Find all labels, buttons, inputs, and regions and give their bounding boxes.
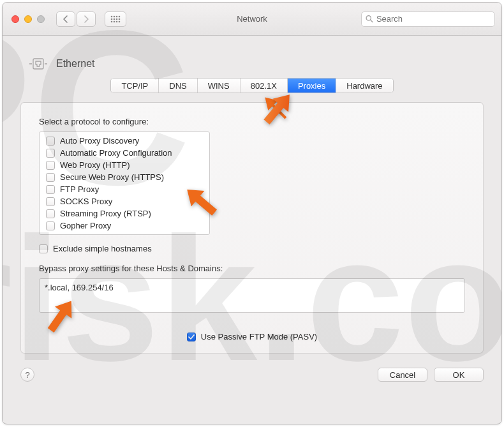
protocol-label: Web Proxy (HTTP): [60, 160, 130, 170]
checkbox[interactable]: [46, 149, 55, 158]
bypass-label: Bypass proxy settings for these Hosts & …: [39, 264, 465, 273]
svg-point-11: [119, 20, 121, 22]
checkbox[interactable]: [46, 185, 55, 194]
zoom-icon: [37, 15, 45, 23]
svg-line-13: [371, 20, 373, 22]
checkbox[interactable]: [46, 209, 55, 218]
close-icon[interactable]: [11, 15, 19, 23]
list-item[interactable]: FTP Proxy: [40, 183, 209, 195]
titlebar: Network: [3, 3, 501, 36]
svg-point-8: [111, 20, 113, 22]
preferences-window: Network Ethernet TCP/IP DNS WINS 802.1X …: [2, 2, 502, 424]
checkbox[interactable]: [46, 137, 55, 146]
protocol-label: Gopher Proxy: [60, 221, 111, 230]
forward-button[interactable]: [77, 11, 96, 27]
exclude-checkbox[interactable]: [39, 244, 48, 253]
protocol-label: Streaming Proxy (RTSP): [60, 209, 151, 218]
proxies-panel: Select a protocol to configure: Auto Pro…: [20, 102, 484, 354]
ethernet-icon: [28, 54, 48, 74]
svg-point-1: [114, 15, 115, 17]
protocol-select-label: Select a protocol to configure:: [39, 117, 465, 126]
svg-point-4: [111, 18, 113, 20]
tab-wins[interactable]: WINS: [198, 79, 241, 93]
svg-point-10: [116, 20, 118, 22]
protocol-label: Secure Web Proxy (HTTPS): [60, 172, 164, 182]
list-item[interactable]: Auto Proxy Discovery: [40, 135, 209, 147]
list-item[interactable]: Automatic Proxy Configuration: [40, 147, 209, 159]
tab-8021x[interactable]: 802.1X: [241, 79, 288, 93]
checkbox[interactable]: [46, 173, 55, 182]
list-item[interactable]: Streaming Proxy (RTSP): [40, 207, 209, 220]
bottom-button-row: ? Cancel OK: [3, 364, 501, 386]
exclude-hostnames-row: Exclude simple hostnames: [39, 244, 465, 253]
help-button[interactable]: ?: [20, 368, 34, 382]
tab-proxies[interactable]: Proxies: [288, 79, 336, 93]
tab-bar: TCP/IP DNS WINS 802.1X Proxies Hardware: [110, 78, 393, 93]
protocol-list: Auto Proxy Discovery Automatic Proxy Con…: [39, 131, 210, 235]
svg-point-9: [114, 20, 115, 22]
pasv-checkbox[interactable]: [187, 333, 196, 341]
bypass-value: *.local, 169.254/16: [45, 283, 114, 292]
svg-rect-14: [33, 59, 43, 69]
back-button[interactable]: [56, 11, 75, 27]
nav-buttons: [56, 11, 96, 27]
svg-point-5: [114, 18, 115, 20]
checkbox[interactable]: [46, 197, 55, 206]
interface-name: Ethernet: [56, 58, 94, 70]
protocol-label: Automatic Proxy Configuration: [60, 148, 172, 158]
interface-header: Ethernet: [3, 36, 501, 82]
checkbox[interactable]: [46, 161, 55, 170]
bypass-textarea[interactable]: *.local, 169.254/16: [39, 278, 465, 313]
search-field[interactable]: [361, 11, 495, 27]
protocol-label: FTP Proxy: [60, 184, 99, 194]
protocol-label: SOCKS Proxy: [60, 197, 112, 206]
cancel-button[interactable]: Cancel: [378, 368, 427, 382]
checkbox[interactable]: [46, 221, 55, 230]
svg-point-0: [111, 15, 113, 17]
protocol-label: Auto Proxy Discovery: [60, 136, 139, 146]
pasv-row: Use Passive FTP Mode (PASV): [39, 332, 465, 341]
tab-dns[interactable]: DNS: [159, 79, 197, 93]
list-item[interactable]: Gopher Proxy: [40, 220, 209, 232]
svg-point-3: [119, 15, 121, 17]
svg-point-7: [119, 18, 121, 20]
list-item[interactable]: Secure Web Proxy (HTTPS): [40, 171, 209, 183]
tab-hardware[interactable]: Hardware: [336, 79, 392, 93]
exclude-label: Exclude simple hostnames: [53, 244, 152, 253]
search-icon: [366, 15, 373, 23]
tab-tcpip[interactable]: TCP/IP: [111, 79, 159, 93]
traffic-lights: [11, 15, 45, 23]
list-item[interactable]: SOCKS Proxy: [40, 195, 209, 207]
search-input[interactable]: [376, 14, 491, 24]
svg-point-6: [116, 18, 118, 20]
minimize-icon[interactable]: [24, 15, 32, 23]
ok-button[interactable]: OK: [434, 368, 484, 382]
svg-point-2: [116, 15, 118, 17]
pasv-label: Use Passive FTP Mode (PASV): [201, 332, 317, 341]
list-item[interactable]: Web Proxy (HTTP): [40, 159, 209, 171]
show-all-button[interactable]: [105, 11, 126, 27]
